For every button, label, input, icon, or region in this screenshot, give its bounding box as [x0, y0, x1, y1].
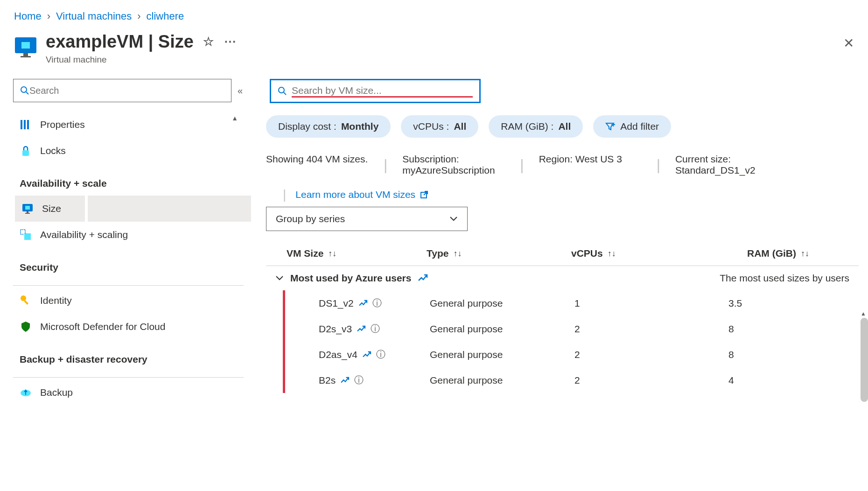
more-icon[interactable]: ⋯ — [224, 35, 236, 49]
vm-type: General purpose — [430, 298, 574, 309]
table-group-row[interactable]: Most used by Azure users The most used s… — [266, 266, 859, 290]
sidebar-item-label: Properties — [40, 119, 85, 130]
column-header-vcpus[interactable]: vCPUs ↑↓ — [571, 248, 725, 259]
column-header-ram[interactable]: RAM (GiB) ↑↓ — [725, 248, 809, 259]
search-icon — [278, 86, 287, 96]
svg-line-5 — [26, 92, 28, 94]
filter-ram[interactable]: RAM (GiB) : All — [489, 115, 583, 138]
info-icon[interactable]: ⓘ — [354, 374, 364, 386]
collapse-sidebar-icon[interactable]: « — [238, 85, 243, 96]
group-by-select[interactable]: Group by series — [266, 207, 468, 231]
sidebar-item-size[interactable]: Size — [15, 196, 85, 222]
filter-vcpus[interactable]: vCPUs : All — [401, 115, 478, 138]
vm-size-search[interactable] — [270, 79, 481, 103]
sidebar-item-availability-scaling[interactable]: Availability + scaling — [13, 222, 244, 248]
add-filter-button[interactable]: Add filter — [593, 115, 671, 138]
chevron-right-icon: › — [47, 10, 50, 22]
vm-icon — [14, 35, 37, 59]
sidebar-item-properties[interactable]: Properties — [13, 112, 244, 138]
table-row[interactable]: DS1_v2 ⓘ General purpose 1 3.5 — [283, 290, 859, 316]
svg-rect-9 — [22, 150, 29, 156]
sidebar-item-identity[interactable]: Identity — [13, 288, 244, 314]
breadcrumb-vms[interactable]: Virtual machines — [56, 10, 132, 22]
info-subscription: Subscription: myAzureSubscription — [402, 154, 505, 176]
sort-icon: ↑↓ — [328, 249, 336, 259]
sort-icon: ↑↓ — [608, 249, 616, 259]
chevron-right-icon: › — [137, 10, 140, 22]
search-icon — [20, 86, 29, 95]
sidebar-item-locks[interactable]: Locks — [13, 138, 244, 164]
sidebar-item-label: Size — [42, 203, 61, 214]
sidebar-item-backup[interactable]: Backup — [13, 379, 244, 406]
trending-icon — [418, 274, 428, 282]
sidebar-item-label: Backup — [40, 387, 73, 398]
learn-more-link[interactable]: Learn more about VM sizes — [295, 189, 428, 200]
lock-icon — [20, 145, 32, 157]
sort-icon: ↑↓ — [453, 249, 462, 259]
scroll-up-icon: ▲ — [231, 114, 238, 122]
vm-type: General purpose — [430, 323, 574, 335]
chevron-down-icon — [275, 275, 284, 281]
main-content: Display cost : Monthly vCPUs : All RAM (… — [257, 73, 868, 411]
external-link-icon — [420, 190, 428, 199]
chevron-down-icon — [449, 216, 458, 222]
svg-rect-17 — [24, 300, 28, 305]
table-header: VM Size ↑↓ Type ↑↓ vCPUs ↑↓ RAM (GiB) ↑↓ — [266, 243, 859, 266]
vm-ram: 4 — [728, 375, 812, 386]
divider — [13, 285, 244, 286]
sidebar-item-defender[interactable]: Microsoft Defender for Cloud — [13, 314, 244, 340]
info-icon[interactable]: ⓘ — [371, 323, 380, 335]
divider: | — [384, 156, 387, 174]
sidebar-search[interactable] — [13, 79, 231, 102]
svg-rect-1 — [21, 42, 30, 49]
svg-point-19 — [279, 87, 284, 93]
content-scrollbar[interactable] — [861, 318, 868, 402]
vm-vcpus: 1 — [574, 298, 728, 309]
vm-size-name: D2as_v4 — [319, 349, 357, 360]
page-subtitle: Virtual machine — [46, 55, 843, 65]
table-row[interactable]: B2s ⓘ General purpose 2 4 — [283, 367, 859, 393]
svg-rect-7 — [24, 120, 26, 129]
vm-ram: 8 — [728, 349, 812, 360]
info-row: Showing 404 VM sizes. | Subscription: my… — [266, 154, 859, 176]
shield-icon — [20, 321, 32, 333]
breadcrumb-current[interactable]: cliwhere — [147, 10, 184, 22]
sidebar-item-label: Identity — [40, 295, 72, 306]
filter-display-cost[interactable]: Display cost : Monthly — [266, 115, 391, 138]
svg-rect-3 — [21, 56, 31, 57]
vm-size-name: B2s — [319, 375, 336, 386]
vm-vcpus: 2 — [574, 375, 728, 386]
scroll-up-icon: ▲ — [861, 310, 866, 317]
close-icon[interactable]: ✕ — [843, 35, 854, 51]
sidebar-search-input[interactable] — [29, 85, 224, 96]
info-current-size: Current size: Standard_DS1_v2 — [675, 154, 778, 176]
sort-icon: ↑↓ — [801, 249, 809, 259]
table-row[interactable]: D2s_v3 ⓘ General purpose 2 8 — [283, 316, 859, 342]
favorite-icon[interactable]: ☆ — [203, 35, 214, 49]
properties-icon — [20, 119, 32, 131]
divider — [13, 377, 244, 378]
svg-rect-15 — [24, 233, 31, 240]
table-row[interactable]: D2as_v4 ⓘ General purpose 2 8 — [283, 342, 859, 367]
breadcrumb: Home › Virtual machines › cliwhere — [0, 0, 868, 32]
trending-icon — [357, 325, 366, 333]
vm-size-search-input[interactable] — [292, 85, 473, 96]
vm-type: General purpose — [430, 349, 574, 360]
trending-icon — [362, 351, 371, 358]
svg-rect-12 — [27, 211, 28, 213]
info-icon[interactable]: ⓘ — [376, 348, 385, 361]
sidebar-section-backup: Backup + disaster recovery — [13, 340, 244, 372]
column-header-type[interactable]: Type ↑↓ — [427, 248, 571, 259]
svg-point-4 — [21, 87, 27, 92]
scaling-icon — [20, 229, 32, 241]
info-icon[interactable]: ⓘ — [372, 297, 382, 309]
breadcrumb-home[interactable]: Home — [14, 10, 42, 22]
filter-bar: Display cost : Monthly vCPUs : All RAM (… — [266, 115, 859, 138]
column-header-size[interactable]: VM Size ↑↓ — [287, 248, 427, 259]
sidebar-section-availability: Availability + scale — [13, 164, 244, 196]
sidebar-item-label: Locks — [40, 145, 66, 156]
vm-vcpus: 2 — [574, 349, 728, 360]
svg-line-20 — [284, 92, 286, 95]
vm-type: General purpose — [430, 375, 574, 386]
vm-ram: 8 — [728, 323, 812, 335]
